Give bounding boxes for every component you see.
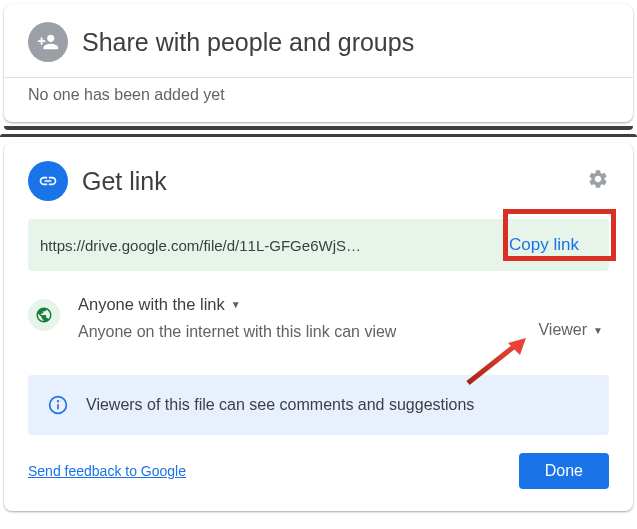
footer: Send feedback to Google Done xyxy=(28,453,609,489)
link-box-wrap: https://drive.google.com/file/d/11L-GFGe… xyxy=(28,219,609,271)
role-label: Viewer xyxy=(538,321,587,339)
info-box: Viewers of this file can see comments an… xyxy=(28,375,609,435)
separator xyxy=(0,134,637,137)
role-dropdown[interactable]: Viewer ▼ xyxy=(532,317,609,343)
link-icon xyxy=(28,161,68,201)
info-text: Viewers of this file can see comments an… xyxy=(86,393,474,417)
access-row: Anyone with the link ▼ Anyone on the int… xyxy=(28,295,609,343)
share-card: Share with people and groups No one has … xyxy=(4,4,633,122)
get-link-title: Get link xyxy=(82,167,167,196)
access-scope-label: Anyone with the link xyxy=(78,295,225,314)
access-main: Anyone with the link ▼ Anyone on the int… xyxy=(78,295,514,343)
access-description: Anyone on the internet with this link ca… xyxy=(78,320,514,343)
gear-icon[interactable] xyxy=(587,168,609,194)
get-link-header: Get link xyxy=(28,161,609,201)
info-icon xyxy=(48,395,68,415)
copy-link-button[interactable]: Copy link xyxy=(491,227,597,263)
globe-icon xyxy=(28,299,60,331)
caret-down-icon: ▼ xyxy=(593,325,603,336)
share-subtitle: No one has been added yet xyxy=(4,77,633,104)
share-header: Share with people and groups xyxy=(28,22,609,62)
share-url[interactable]: https://drive.google.com/file/d/11L-GFGe… xyxy=(40,237,491,254)
link-box: https://drive.google.com/file/d/11L-GFGe… xyxy=(28,219,609,271)
separator xyxy=(4,126,633,130)
svg-point-2 xyxy=(58,401,59,402)
get-link-card: Get link https://drive.google.com/file/d… xyxy=(4,143,633,511)
access-scope-dropdown[interactable]: Anyone with the link ▼ xyxy=(78,295,514,314)
done-button[interactable]: Done xyxy=(519,453,609,489)
person-add-icon xyxy=(28,22,68,62)
feedback-link[interactable]: Send feedback to Google xyxy=(28,463,186,479)
caret-down-icon: ▼ xyxy=(231,299,241,310)
share-title: Share with people and groups xyxy=(82,28,414,57)
